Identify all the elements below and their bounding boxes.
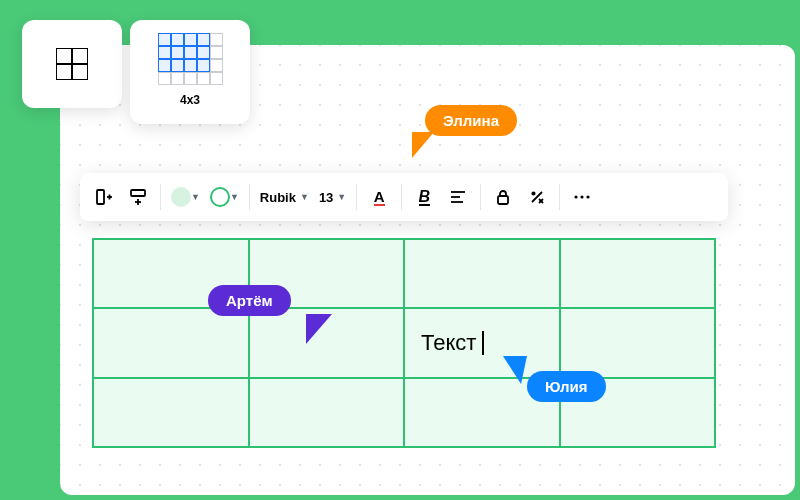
grid-picker-label: 4x3 xyxy=(180,93,200,107)
more-button[interactable] xyxy=(570,183,594,211)
bold-button[interactable]: B xyxy=(412,183,436,211)
user-badge-artem: Артём xyxy=(208,285,291,316)
percent-button[interactable] xyxy=(525,183,549,211)
chevron-down-icon: ▼ xyxy=(300,192,309,202)
align-button[interactable] xyxy=(446,183,470,211)
svg-point-15 xyxy=(581,195,584,198)
user-badge-ellina: Эллина xyxy=(425,105,517,136)
grid-size-picker[interactable]: 4x3 xyxy=(130,20,250,124)
stroke-color-button[interactable]: ▼ xyxy=(210,183,239,211)
separator xyxy=(480,184,481,210)
stroke-swatch-icon xyxy=(210,187,230,207)
text-cursor-icon xyxy=(482,331,484,355)
font-size-label: 13 xyxy=(319,190,333,205)
text-color-button[interactable]: A xyxy=(367,183,391,211)
text-color-icon: A xyxy=(374,189,385,206)
fill-color-button[interactable]: ▼ xyxy=(171,183,200,211)
table-cell[interactable] xyxy=(93,378,249,447)
table-tool-button[interactable] xyxy=(22,20,122,108)
font-size-dropdown[interactable]: 13 ▼ xyxy=(319,183,346,211)
svg-point-14 xyxy=(575,195,578,198)
separator xyxy=(401,184,402,210)
bold-icon: B xyxy=(419,189,431,206)
font-family-label: Rubik xyxy=(260,190,296,205)
fill-swatch-icon xyxy=(171,187,191,207)
toolbar: ▼ ▼ Rubik ▼ 13 ▼ A B xyxy=(80,173,728,221)
separator xyxy=(249,184,250,210)
table-cell[interactable] xyxy=(560,239,716,308)
table-cell[interactable] xyxy=(404,239,560,308)
separator xyxy=(559,184,560,210)
cursor-icon xyxy=(306,314,332,344)
chevron-down-icon: ▼ xyxy=(191,192,200,202)
table-icon xyxy=(56,48,88,80)
table[interactable]: Текст xyxy=(92,238,716,448)
user-badge-yulia: Юлия xyxy=(527,371,606,402)
svg-point-16 xyxy=(587,195,590,198)
svg-rect-0 xyxy=(97,190,104,204)
font-family-dropdown[interactable]: Rubik ▼ xyxy=(260,183,309,211)
insert-column-button[interactable] xyxy=(92,183,116,211)
chevron-down-icon: ▼ xyxy=(230,192,239,202)
svg-rect-9 xyxy=(498,196,508,204)
cell-text: Текст xyxy=(421,330,476,356)
separator xyxy=(160,184,161,210)
chevron-down-icon: ▼ xyxy=(337,192,346,202)
svg-point-11 xyxy=(533,192,535,194)
lock-button[interactable] xyxy=(491,183,515,211)
separator xyxy=(356,184,357,210)
svg-rect-3 xyxy=(131,190,145,196)
table-cell-editing[interactable]: Текст xyxy=(404,308,560,377)
grid-picker-cells[interactable] xyxy=(158,33,223,85)
table-cell[interactable] xyxy=(93,308,249,377)
cursor-icon xyxy=(412,132,434,158)
table-cell[interactable] xyxy=(560,308,716,377)
insert-row-button[interactable] xyxy=(126,183,150,211)
table-cell[interactable] xyxy=(249,378,405,447)
